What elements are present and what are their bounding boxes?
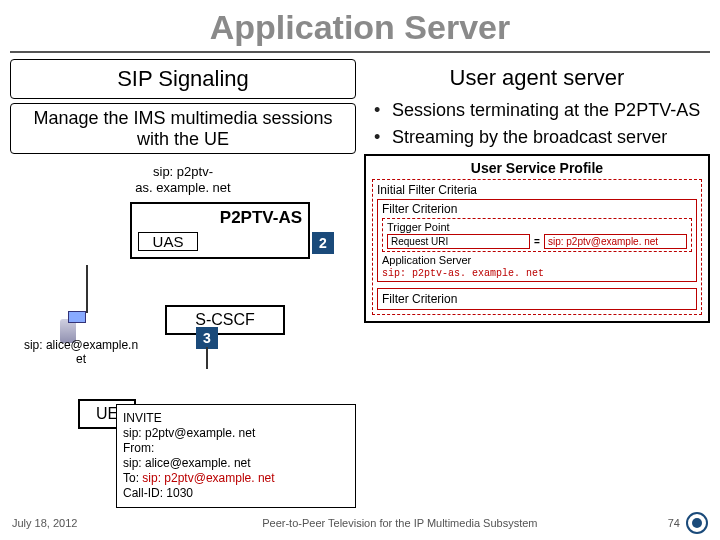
divider <box>10 51 710 53</box>
app-server-line: Application Server sip: p2ptv-as. exampl… <box>382 254 692 279</box>
invite-message: INVITE sip: p2ptv@example. net From: sip… <box>116 404 356 508</box>
p2ptv-as-box: P2PTV-AS UAS 2 <box>130 202 310 259</box>
initial-filter-criteria: Initial Filter Criteria Filter Criterion… <box>372 179 702 315</box>
trigger-point: Trigger Point Request URI = sip: p2ptv@e… <box>382 218 692 252</box>
fc-label: Filter Criterion <box>382 202 692 216</box>
page-title: Application Server <box>0 0 720 51</box>
bullet-2: Streaming by the broadcast server <box>392 126 710 149</box>
filter-criterion-2: Filter Criterion <box>377 288 697 310</box>
sip-alice-addr: sip: alice@example.n et <box>6 339 156 367</box>
connector-line <box>86 265 88 313</box>
step-2: 2 <box>312 232 334 254</box>
ifc-label: Initial Filter Criteria <box>377 183 697 197</box>
sip-signaling-box: SIP Signaling <box>10 59 356 99</box>
uas-heading: User agent server <box>364 59 710 99</box>
profile-title: User Service Profile <box>372 160 702 176</box>
footer-date: July 18, 2012 <box>12 517 132 529</box>
tp-left: Request URI <box>387 234 530 249</box>
tp-equals: = <box>534 236 540 247</box>
logo-icon <box>686 512 708 534</box>
bullet-list: Sessions terminating at the P2PTV-AS Str… <box>364 99 710 148</box>
user-service-profile: User Service Profile Initial Filter Crit… <box>364 154 710 323</box>
filter-criterion: Filter Criterion Trigger Point Request U… <box>377 199 697 282</box>
footer-title: Peer-to-Peer Television for the IP Multi… <box>132 517 668 529</box>
connector-line <box>206 347 208 369</box>
app-server-addr: sip: p2ptv-as. example. net <box>382 268 544 279</box>
tp-right: sip: p2ptv@example. net <box>544 234 687 249</box>
bullet-1: Sessions terminating at the P2PTV-AS <box>392 99 710 122</box>
tp-label: Trigger Point <box>387 221 687 233</box>
footer: July 18, 2012 Peer-to-Peer Television fo… <box>0 512 720 534</box>
page-number: 74 <box>668 517 680 529</box>
as-label: P2PTV-AS <box>138 208 302 228</box>
uas-box: UAS <box>138 232 198 251</box>
manage-box: Manage the IMS multimedia sessions with … <box>10 103 356 154</box>
scscf-box: S-CSCF <box>165 305 285 335</box>
sip-as-addr: sip: p2ptv- as. example. net <box>10 164 356 196</box>
step-3: 3 <box>196 327 218 349</box>
